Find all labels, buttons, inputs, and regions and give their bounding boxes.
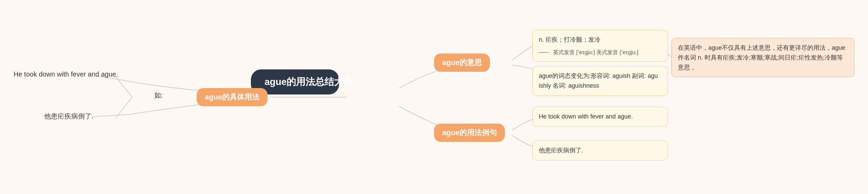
- info-box-example-top: He took down with fever and ague.: [532, 107, 668, 127]
- meaning-forms-line1: ague的词态变化为:形容词: aguish 副词: agu: [539, 71, 662, 81]
- example-chinese: 他患疟疾病倒了.: [539, 146, 662, 155]
- info-box-example-bottom: 他患疟疾病倒了.: [532, 141, 668, 160]
- info-box-meaning-top: n. 疟疾；打冷颤；发冷 英式发音 [ˈeɪɡjuː] 美式发音 [ˈeɪɡju…: [532, 30, 668, 62]
- side-note-box: 在英语中，ague不仅具有上述意思，还有更详尽的用法，ague作名词 n. 时具…: [671, 38, 854, 77]
- left-example-english: He took down with fever and ague.: [14, 70, 118, 78]
- connections-svg: [0, 0, 868, 194]
- side-note-text: 在英语中，ague不仅具有上述意思，还有更详尽的用法，ague作名词 n. 时具…: [678, 43, 848, 72]
- meaning-line1: n. 疟疾；打冷颤；发冷: [539, 35, 662, 45]
- left-example-chinese: 他患疟疾病倒了.: [44, 112, 94, 121]
- branch-meaning: ague的意思: [434, 53, 490, 72]
- left-label-rugu: 如:: [154, 91, 163, 100]
- mind-map: ague的用法总结大全 ague的具体用法 ague的意思 ague的用法例句 …: [0, 0, 868, 194]
- branch-example-sentences: ague的用法例句: [434, 124, 505, 142]
- meaning-forms-line2: ishly 名词: aguishness: [539, 81, 662, 91]
- example-english: He took down with fever and ague.: [539, 112, 662, 122]
- meaning-phonetics: 英式发音 [ˈeɪɡjuː] 美式发音 [ˈeɪɡjuː]: [553, 48, 638, 57]
- branch-specific-usage: ague的具体用法: [197, 88, 268, 106]
- info-box-meaning-bottom: ague的词态变化为:形容词: aguish 副词: agu ishly 名词:…: [532, 66, 668, 96]
